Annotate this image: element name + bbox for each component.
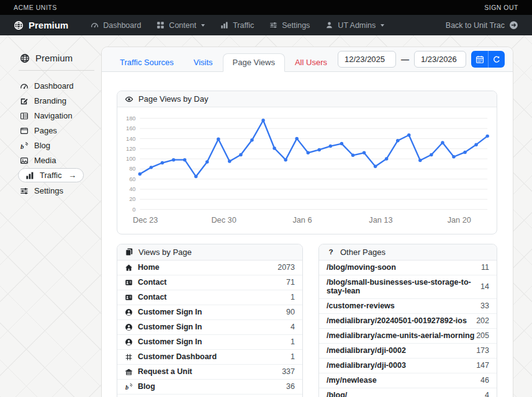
table-row: Contact 71 [117,275,302,290]
views-by-page-list: Home 2073 Contact 71 Contact 1 Customer … [117,261,302,395]
sidebar-item-traffic[interactable]: Traffic→ [18,168,84,182]
row-value: 4 [291,323,295,331]
bar-chart-icon [25,171,34,180]
sign-out-link[interactable]: SIGN OUT [484,4,518,11]
svg-text:120: 120 [126,146,136,152]
date-range-separator: — [401,55,409,64]
chart-area: 020406080100120140160180Dec 23Dec 30Jan … [117,107,497,234]
svg-text:Jan 20: Jan 20 [448,215,471,225]
table-row: Customer Sign In 1 [117,335,302,350]
table-row: /blog/ 4 [319,388,497,397]
other-pages-card: ? Other Pages /blog/moving-soon 11 /blog… [318,244,497,397]
branding-icon [20,97,29,105]
svg-text:b: b [125,384,128,391]
row-value: 147 [476,361,489,370]
tab-page-views[interactable]: Page Views [223,53,285,72]
calendar-button[interactable] [471,51,488,68]
refresh-button[interactable] [488,51,505,68]
table-row: /medialibrary/dji-0003 147 [319,359,497,373]
row-value: 71 [286,278,295,287]
row-value: 1 [291,352,295,361]
sidebar-item-media[interactable]: Media [19,153,102,167]
start-date-input[interactable] [338,51,396,68]
person-circle-icon [125,323,133,331]
pages-icon [20,127,29,135]
sidebar-item-dashboard[interactable]: Dashboard [19,79,102,93]
contact-icon [125,279,133,287]
grid-icon [156,21,165,29]
chart-title: Page Views by Day [138,94,209,104]
svg-text:20: 20 [129,196,135,202]
page-views-by-day-card: Page Views by Day 0204060801001201401601… [117,91,497,234]
svg-text:?: ? [328,248,333,256]
tab-visits[interactable]: Visits [184,53,223,72]
page-path: /my/newlease [327,376,377,385]
main-area: Premium Dashboard Branding Navigation Pa… [0,35,532,397]
table-row: /medialibrary/20240501-001927892-ios 202 [319,314,497,329]
tab-traffic-sources[interactable]: Traffic Sources [110,53,184,72]
row-value: 205 [476,331,489,340]
navigation-icon [20,112,29,120]
row-value: 1 [291,293,295,301]
tab-content: Page Views by Day 0204060801001201401601… [102,72,513,397]
caret-down-icon [381,24,384,27]
table-row: Request a Unit 337 [117,365,302,380]
page-path: /medialibrary/acme-units-aerial-morning [327,331,474,340]
svg-text:0: 0 [132,207,135,213]
sidebar-item-branding[interactable]: Branding [19,94,102,108]
table-row: bBlog 36 [117,380,302,395]
table-row: /customer-reviews 33 [319,299,497,314]
sidebar-nav: Dashboard Branding Navigation Pages bBlo… [19,79,102,198]
sidebar-item-navigation[interactable]: Navigation [19,109,102,123]
svg-text:160: 160 [126,125,136,132]
navbar-item-traffic[interactable]: Traffic [220,21,254,30]
table-row: /blog/moving-soon 11 [319,261,497,275]
row-value: 2073 [277,263,295,272]
table-row: Customer Sign In 4 [117,320,302,335]
grid3-icon [125,353,133,361]
person-circle-icon [125,338,133,346]
sidebar-item-pages[interactable]: Pages [19,123,102,138]
chart-card-header: Page Views by Day [117,91,497,107]
sliders-icon [269,21,277,29]
garage-icon [125,368,133,376]
row-value: 202 [476,316,489,325]
house-icon [125,264,133,272]
end-date-input[interactable] [414,51,466,68]
other-pages-list: /blog/moving-soon 11 /blog/small-busines… [319,261,497,397]
views-by-page-title: Views by Page [138,248,192,257]
date-range-controls: — [338,51,505,68]
contact-icon [125,293,133,301]
navbar-item-settings[interactable]: Settings [269,21,310,30]
navbar-brand[interactable]: Premium [14,20,68,30]
back-to-unit-trac-link[interactable]: Back to Unit Trac [446,20,518,30]
views-by-page-card: Views by Page Home 2073 Contact 71 Conta… [117,244,303,397]
back-link-label: Back to Unit Trac [446,21,505,30]
refresh-icon [492,55,501,64]
navbar-item-dashboard[interactable]: Dashboard [91,21,141,30]
page-path: /blog/small-businesses-use-storage-to-st… [327,278,480,295]
tab-all-users[interactable]: All Users [285,53,337,72]
page-path: /medialibrary/dji-0002 [327,346,406,355]
svg-text:180: 180 [126,115,136,122]
date-buttons [471,51,505,68]
navbar-item-content[interactable]: Content [156,21,205,30]
caret-down-icon [201,24,205,27]
row-value: 46 [480,376,489,385]
row-value: 33 [480,301,489,310]
navbar-item-ut-admins[interactable]: UT Admins [325,21,384,30]
table-row: Customer Sign In 90 [117,305,302,320]
sidebar: Premium Dashboard Branding Navigation Pa… [19,53,102,198]
svg-text:Jan 13: Jan 13 [369,215,392,225]
blog-icon: b [125,383,133,391]
sidebar-item-blog[interactable]: bBlog [19,138,102,153]
page-path: /medialibrary/dji-0003 [327,361,406,370]
other-pages-title: Other Pages [340,248,385,257]
row-value: 90 [286,308,295,316]
sidebar-divider [19,70,94,71]
table-row: Contact 1 [117,290,302,305]
person-circle-icon [125,308,133,316]
sidebar-item-settings[interactable]: Settings [19,184,102,198]
navbar-brand-label: Premium [29,20,68,30]
svg-text:Dec 23: Dec 23 [133,215,158,225]
